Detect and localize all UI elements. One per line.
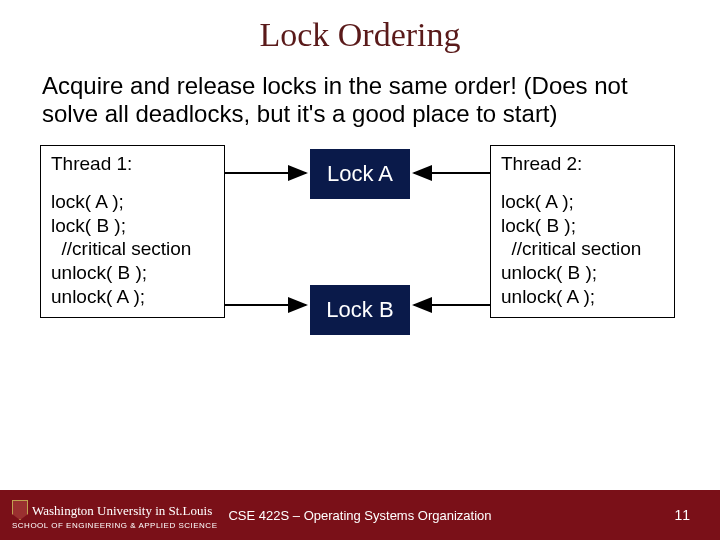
slide: Lock Ordering Acquire and release locks … — [0, 0, 720, 540]
institution-name: Washington University in St.Louis — [32, 504, 212, 517]
diagram-area: Thread 1: lock( A ); lock( B ); //critic… — [0, 135, 720, 395]
footer-bar: Washington University in St.Louis SCHOOL… — [0, 490, 720, 540]
arrows-svg — [0, 135, 720, 395]
page-number: 11 — [674, 507, 690, 523]
university-logo: Washington University in St.Louis SCHOOL… — [12, 500, 217, 530]
slide-title: Lock Ordering — [0, 0, 720, 54]
body-text: Acquire and release locks in the same or… — [0, 54, 720, 127]
course-label: CSE 422S – Operating Systems Organizatio… — [228, 508, 491, 523]
shield-icon — [12, 500, 28, 520]
school-name: SCHOOL OF ENGINEERING & APPLIED SCIENCE — [12, 522, 217, 530]
